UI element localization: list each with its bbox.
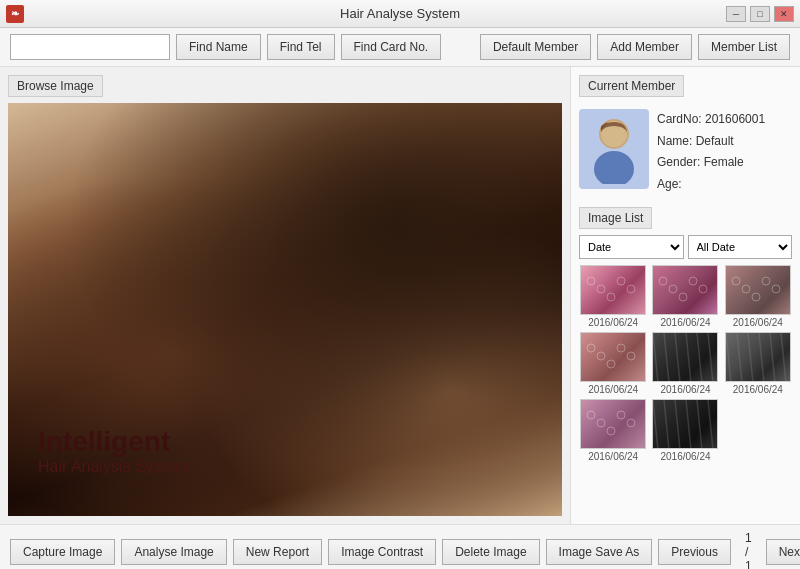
hair-text-line1: Intelligent xyxy=(38,426,188,458)
svg-point-37 xyxy=(607,427,615,435)
avatar-image xyxy=(584,114,644,184)
thumbnail-image xyxy=(580,399,646,449)
image-display: Intelligent Hair Analysis System xyxy=(8,103,562,516)
member-name: Name: Default xyxy=(657,131,765,153)
right-panel: Current Member CardNo: 201606001 Name: D… xyxy=(570,67,800,524)
svg-line-30 xyxy=(737,333,742,382)
delete-image-button[interactable]: Delete Image xyxy=(442,539,539,565)
svg-point-21 xyxy=(617,344,625,352)
capture-image-button[interactable]: Capture Image xyxy=(10,539,115,565)
svg-line-23 xyxy=(653,333,658,382)
thumbnail-image xyxy=(725,265,791,315)
find-name-button[interactable]: Find Name xyxy=(176,34,261,60)
thumbnail-date: 2016/06/24 xyxy=(733,384,783,395)
svg-point-3 xyxy=(587,277,595,285)
minimize-button[interactable]: ─ xyxy=(726,6,746,22)
svg-point-5 xyxy=(607,293,615,301)
member-card-no: CardNo: 201606001 xyxy=(657,109,765,131)
member-list-button[interactable]: Member List xyxy=(698,34,790,60)
svg-point-35 xyxy=(587,411,595,419)
new-report-button[interactable]: New Report xyxy=(233,539,322,565)
svg-point-11 xyxy=(689,277,697,285)
svg-point-19 xyxy=(597,352,605,360)
svg-line-29 xyxy=(726,333,731,382)
thumbnail-item[interactable]: 2016/06/24 xyxy=(579,332,647,395)
svg-line-32 xyxy=(759,333,764,382)
svg-line-33 xyxy=(770,333,775,382)
svg-point-22 xyxy=(627,352,635,360)
thumbnail-item[interactable]: 2016/06/24 xyxy=(724,265,792,328)
thumbnail-image xyxy=(725,332,791,382)
image-list-label: Image List xyxy=(579,207,652,229)
svg-point-10 xyxy=(679,293,687,301)
default-member-button[interactable]: Default Member xyxy=(480,34,591,60)
svg-line-24 xyxy=(664,333,669,382)
svg-line-31 xyxy=(748,333,753,382)
bottom-bar: Capture Image Analyse Image New Report I… xyxy=(0,524,800,569)
svg-line-42 xyxy=(675,400,680,449)
main-content: Browse Image Intelligent Hair Analysis S… xyxy=(0,67,800,524)
current-member-label: Current Member xyxy=(579,75,684,97)
svg-point-9 xyxy=(669,285,677,293)
svg-point-16 xyxy=(762,277,770,285)
thumbnail-item[interactable]: 2016/06/24 xyxy=(651,265,719,328)
svg-point-1 xyxy=(594,151,634,184)
thumbnail-grid: 2016/06/242016/06/242016/06/242016/06/24… xyxy=(579,265,792,462)
svg-point-20 xyxy=(607,360,615,368)
thumbnail-date: 2016/06/24 xyxy=(660,317,710,328)
maximize-button[interactable]: □ xyxy=(750,6,770,22)
hair-text-line2: Hair Analysis System xyxy=(38,458,188,476)
svg-point-4 xyxy=(597,285,605,293)
thumbnail-date: 2016/06/24 xyxy=(588,317,638,328)
svg-point-17 xyxy=(772,285,780,293)
thumbnail-item[interactable]: 2016/06/24 xyxy=(724,332,792,395)
thumbnail-image xyxy=(652,265,718,315)
window-controls: ─ □ ✕ xyxy=(726,6,794,22)
thumbnail-item[interactable]: 2016/06/24 xyxy=(651,332,719,395)
svg-point-7 xyxy=(627,285,635,293)
image-contrast-button[interactable]: Image Contrast xyxy=(328,539,436,565)
thumbnail-image xyxy=(580,332,646,382)
find-tel-button[interactable]: Find Tel xyxy=(267,34,335,60)
hair-text: Intelligent Hair Analysis System xyxy=(38,426,188,476)
thumbnail-item[interactable]: 2016/06/24 xyxy=(651,399,719,462)
svg-line-26 xyxy=(686,333,691,382)
title-bar: ❧ Hair Analyse System ─ □ ✕ xyxy=(0,0,800,28)
all-date-filter-select[interactable]: All Date xyxy=(688,235,793,259)
add-member-button[interactable]: Add Member xyxy=(597,34,692,60)
analyse-image-button[interactable]: Analyse Image xyxy=(121,539,226,565)
browse-image-label: Browse Image xyxy=(8,75,103,97)
svg-point-38 xyxy=(617,411,625,419)
svg-point-18 xyxy=(587,344,595,352)
image-save-as-button[interactable]: Image Save As xyxy=(546,539,653,565)
left-panel: Browse Image Intelligent Hair Analysis S… xyxy=(0,67,570,524)
member-gender: Gender: Female xyxy=(657,152,765,174)
thumbnail-image xyxy=(580,265,646,315)
previous-button[interactable]: Previous xyxy=(658,539,731,565)
next-button[interactable]: Next xyxy=(766,539,800,565)
app-title: Hair Analyse System xyxy=(340,6,460,21)
pagination: Previous 1 / 1 Next xyxy=(658,531,800,569)
thumbnail-item[interactable]: 2016/06/24 xyxy=(579,265,647,328)
svg-line-45 xyxy=(708,400,713,449)
date-filter-select[interactable]: Date xyxy=(579,235,684,259)
close-button[interactable]: ✕ xyxy=(774,6,794,22)
thumbnail-item[interactable]: 2016/06/24 xyxy=(579,399,647,462)
svg-point-14 xyxy=(742,285,750,293)
app-logo: ❧ xyxy=(6,5,24,23)
member-info: CardNo: 201606001 Name: Default Gender: … xyxy=(657,109,765,195)
svg-line-44 xyxy=(697,400,702,449)
thumbnail-date: 2016/06/24 xyxy=(588,384,638,395)
member-age: Age: xyxy=(657,174,765,196)
thumbnail-date: 2016/06/24 xyxy=(660,451,710,462)
thumbnail-date: 2016/06/24 xyxy=(588,451,638,462)
find-card-no-button[interactable]: Find Card No. xyxy=(341,34,442,60)
svg-line-27 xyxy=(697,333,702,382)
page-info: 1 / 1 xyxy=(737,531,760,569)
svg-line-34 xyxy=(781,333,786,382)
image-list-section: Image List Date All Date 2016/06/242016/… xyxy=(579,207,792,516)
svg-point-39 xyxy=(627,419,635,427)
search-input[interactable] xyxy=(10,34,170,60)
svg-point-8 xyxy=(659,277,667,285)
toolbar-right: Default Member Add Member Member List xyxy=(480,34,790,60)
